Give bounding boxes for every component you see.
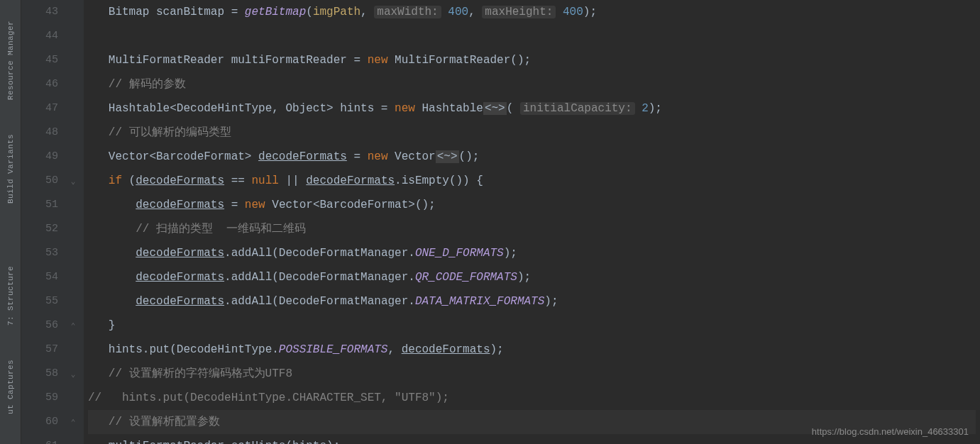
code-token (441, 6, 448, 18)
line-number: 53 (27, 241, 58, 265)
line-number: 49 (27, 145, 58, 169)
code-token (88, 271, 136, 284)
line-number: 47 (27, 96, 58, 121)
code-line[interactable]: if (decodeFormats == null || decodeForma… (88, 169, 976, 193)
line-number: 48 (27, 121, 58, 145)
code-token: decodeFormats (136, 271, 224, 284)
code-line[interactable]: Vector<BarcodeFormat> decodeFormats = ne… (88, 145, 976, 169)
code-token: MultiFormatReader multiFormatReader = (88, 54, 368, 67)
line-number: 44 (27, 24, 58, 48)
line-number-gutter: 43444546474849505152535455565758596061 (21, 0, 64, 444)
code-token: decodeFormats (258, 150, 347, 163)
sidebar-item-structure[interactable]: 7: Structure (6, 266, 15, 326)
code-token: new (368, 54, 388, 67)
code-token: ); (583, 6, 597, 18)
line-number: 46 (27, 72, 58, 96)
code-line[interactable]: // 解码的参数 (88, 72, 976, 96)
code-token: || (279, 174, 306, 187)
code-line[interactable]: decodeFormats.addAll(DecodeFormatManager… (88, 241, 976, 265)
code-token: Hashtable<DecodeHintType, Object> hints … (88, 102, 395, 115)
code-token: imgPath (313, 6, 360, 18)
code-token: maxWidth: (374, 6, 441, 18)
sidebar-item-label: Resource Manager (6, 21, 15, 100)
line-number: 43 (27, 0, 58, 24)
line-number: 45 (27, 48, 58, 72)
sidebar-item-resource-manager[interactable]: Resource Manager (6, 21, 15, 100)
code-token: ( (507, 102, 520, 115)
code-token: ( (122, 174, 136, 187)
sidebar-item-label: Build Variants (6, 134, 15, 204)
code-token: new (245, 199, 265, 211)
fold-column[interactable]: ⌄⌃⌄⌃ (64, 0, 84, 444)
code-line[interactable]: Hashtable<DecodeHintType, Object> hints … (88, 96, 976, 121)
code-token (556, 6, 563, 18)
line-number: 60 (27, 410, 58, 434)
line-number: 50 (27, 169, 58, 193)
code-token: .isEmpty()) { (395, 174, 483, 187)
sidebar-item-captures[interactable]: ut Captures (6, 360, 15, 414)
code-line[interactable]: // 可以解析的编码类型 (88, 121, 976, 145)
code-token: Hashtable (415, 102, 483, 115)
code-token: .addAll(DecodeFormatManager. (224, 295, 415, 308)
line-number: 61 (27, 434, 58, 444)
code-token: decodeFormats (402, 343, 490, 356)
sidebar-item-build-variants[interactable]: Build Variants (6, 134, 15, 204)
code-token: // 解码的参数 (109, 78, 186, 91)
code-token: ONE_D_FORMATS (415, 247, 504, 260)
line-number: 51 (27, 193, 58, 217)
code-editor[interactable]: 43444546474849505152535455565758596061 ⌄… (21, 0, 980, 444)
code-token: .addAll(DecodeFormatManager. (224, 271, 415, 284)
line-number: 58 (27, 362, 58, 386)
code-token: getBitmap (245, 6, 306, 18)
code-token: decodeFormats (136, 295, 224, 308)
code-token: multiFormatReader.setHints(hints); (88, 440, 340, 444)
code-token: .addAll(DecodeFormatManager. (224, 247, 415, 260)
line-number: 59 (27, 386, 58, 410)
code-token: DATA_MATRIX_FORMATS (415, 295, 544, 308)
code-token: 400 (563, 6, 583, 18)
code-token: 400 (448, 6, 468, 18)
code-token: new (395, 102, 415, 115)
code-token (88, 247, 136, 260)
code-token: decodeFormats (136, 174, 224, 187)
code-area[interactable]: Bitmap scanBitmap = getBitmap(imgPath, m… (84, 0, 980, 444)
code-token (88, 223, 136, 235)
code-line[interactable]: Bitmap scanBitmap = getBitmap(imgPath, m… (88, 0, 976, 24)
code-token: new (368, 150, 388, 163)
code-token (88, 416, 109, 428)
code-line[interactable]: decodeFormats = new Vector<BarcodeFormat… (88, 193, 976, 217)
code-token: Vector<BarcodeFormat> (88, 150, 258, 163)
code-line[interactable]: // hints.put(DecodeHintType.CHARACTER_SE… (88, 386, 976, 410)
code-token: // 设置解析配置参数 (109, 416, 220, 428)
code-token (88, 295, 136, 308)
code-token: initialCapacity: (520, 102, 635, 115)
code-token: QR_CODE_FORMATS (415, 271, 517, 284)
fold-toggle-icon[interactable]: ⌃ (68, 321, 78, 331)
line-number: 55 (27, 289, 58, 313)
code-token: == (224, 174, 251, 187)
code-token (88, 199, 136, 211)
code-line[interactable]: MultiFormatReader multiFormatReader = ne… (88, 48, 976, 72)
code-token: // 可以解析的编码类型 (109, 126, 231, 139)
code-token: decodeFormats (306, 174, 395, 187)
code-token: <~> (483, 102, 507, 115)
code-line[interactable]: decodeFormats.addAll(DecodeFormatManager… (88, 289, 976, 313)
fold-toggle-icon[interactable]: ⌃ (68, 417, 78, 427)
code-line[interactable]: decodeFormats.addAll(DecodeFormatManager… (88, 265, 976, 289)
code-line[interactable]: // 设置解析的字符编码格式为UTF8 (88, 362, 976, 386)
code-token: ); (649, 102, 662, 115)
code-line[interactable] (88, 24, 976, 48)
code-token: Vector (388, 150, 436, 163)
code-line[interactable]: hints.put(DecodeHintType.POSSIBLE_FORMAT… (88, 338, 976, 362)
code-token: Vector<BarcodeFormat>(); (265, 199, 436, 211)
code-token: null (251, 174, 278, 187)
code-line[interactable]: } (88, 313, 976, 338)
code-token: = (347, 150, 368, 163)
sidebar-item-label: ut Captures (6, 360, 15, 414)
code-token: , (360, 6, 374, 18)
fold-toggle-icon[interactable]: ⌄ (68, 369, 78, 379)
code-line[interactable]: // 扫描的类型 一维码和二维码 (88, 217, 976, 241)
fold-toggle-icon[interactable]: ⌄ (68, 176, 78, 186)
code-token (88, 126, 109, 139)
code-token: ); (490, 343, 504, 356)
